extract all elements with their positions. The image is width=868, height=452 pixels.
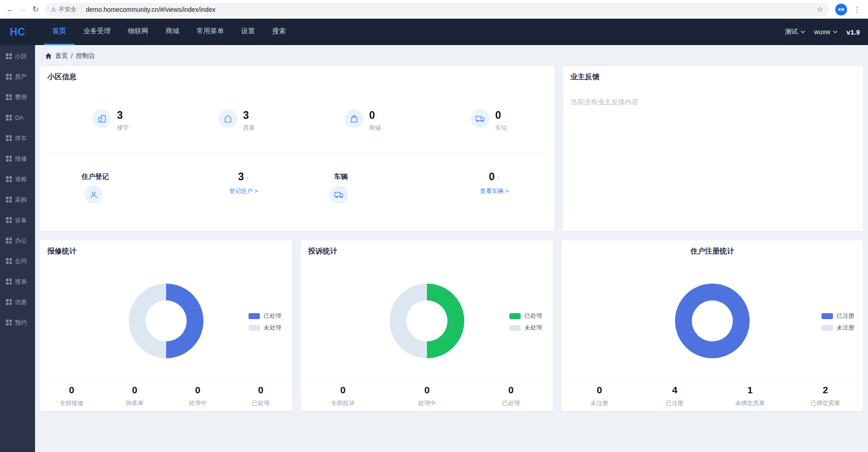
browser-menu-icon[interactable]: ⋮ — [852, 5, 863, 14]
stat-cell: 0待派单 — [103, 385, 167, 407]
stat-cell: 2已绑定房屋 — [788, 385, 863, 407]
nav-item-search[interactable]: 搜索 — [264, 19, 294, 45]
legend-swatch — [249, 313, 260, 319]
nav-item-home[interactable]: 首页 — [44, 19, 75, 45]
nav-item-mall[interactable]: 商城 — [157, 19, 188, 45]
chevron-down-icon — [801, 30, 805, 33]
registration-stats-card: 住户注册统计 已注册 未注册 0未注册 4已注册 1未绑定房屋 2已绑定房屋 — [562, 240, 863, 411]
vehicle-count-block: 0↑ 查看车辆 > — [462, 171, 526, 195]
sidebar-item-appointment[interactable]: 预约 — [0, 312, 35, 333]
person-icon — [84, 185, 103, 204]
feedback-empty-text: 当前没有业主反馈内容 — [570, 98, 639, 107]
grid-icon — [6, 238, 12, 244]
org-name: 测试 — [785, 28, 798, 36]
repair-stats-card: 报修统计 已处理 未处理 0全部报修 0待派单 0处理中 0已处理 — [40, 240, 292, 411]
grid-icon — [6, 299, 12, 305]
grid-icon — [6, 156, 12, 162]
chart-legend: 已处理 未处理 — [509, 312, 542, 335]
user-dropdown[interactable]: wuxw — [814, 28, 838, 36]
grid-icon — [6, 74, 12, 80]
stat-value: 0 — [495, 110, 507, 121]
complaint-donut-chart — [390, 284, 464, 358]
community-info-card: 小区信息 3 楼宇 3 房屋 — [40, 66, 554, 231]
stat-houses: 3 房屋 — [218, 109, 255, 132]
sidebar-item-property[interactable]: 房产 — [0, 66, 35, 87]
stat-label: 车位 — [495, 124, 507, 132]
org-dropdown[interactable]: 测试 — [785, 28, 805, 36]
card-title: 业主反馈 — [570, 72, 599, 82]
stat-buildings: 3 楼宇 — [92, 109, 129, 132]
bookmark-star-icon[interactable]: ☆ — [817, 5, 823, 14]
shop-bag-icon — [345, 109, 363, 128]
sidebar-item-parking[interactable]: 停车 — [0, 128, 35, 148]
url-text[interactable]: demo.homecommunity.cn/#/views/index/inde… — [86, 6, 813, 13]
owner-feedback-card: 业主反馈 当前没有业主反馈内容 — [563, 66, 863, 231]
breadcrumb-home[interactable]: 首页 — [55, 52, 68, 60]
legend-item[interactable]: 未注册 — [822, 324, 854, 332]
nav-item-common-menu[interactable]: 常用菜单 — [188, 19, 233, 45]
sidebar-item-contract[interactable]: 合同 — [0, 251, 35, 271]
truck-icon — [471, 109, 489, 128]
nav-item-settings[interactable]: 设置 — [233, 19, 264, 45]
register-resident-link[interactable]: 登记住户 > — [212, 187, 275, 195]
chevron-down-icon — [833, 30, 838, 33]
legend-item[interactable]: 未处理 — [509, 324, 542, 332]
legend-item[interactable]: 已注册 — [822, 312, 854, 320]
stat-value: 0 — [369, 110, 381, 121]
screen: ← → ↻ ⚠ 不安全 demo.homecommunity.cn/#/view… — [0, 0, 868, 452]
grid-icon — [6, 115, 12, 121]
divider — [308, 379, 546, 379]
home-icon — [45, 53, 52, 59]
nav-item-business[interactable]: 业务受理 — [75, 19, 119, 45]
stat-label: 房屋 — [243, 124, 255, 132]
grid-icon — [6, 258, 12, 264]
back-icon[interactable]: ← — [4, 3, 16, 16]
grid-icon — [6, 94, 12, 100]
sidebar-item-purchase[interactable]: 采购 — [0, 189, 35, 210]
legend-swatch — [822, 325, 833, 331]
grid-icon — [6, 53, 12, 59]
divider — [48, 153, 547, 154]
divider — [47, 379, 285, 379]
sidebar-item-inspection[interactable]: 巡检 — [0, 169, 35, 189]
vehicle-count: 0 — [489, 171, 495, 183]
truck-icon — [330, 185, 348, 204]
main-menu: 首页 业务受理 物联网 商城 常用菜单 设置 搜索 — [44, 19, 294, 45]
nav-item-iot[interactable]: 物联网 — [119, 19, 157, 45]
legend-item[interactable]: 未处理 — [249, 324, 281, 332]
sidebar-item-fees[interactable]: 费用 — [0, 87, 35, 107]
stat-cell: 1未绑定房屋 — [712, 385, 788, 407]
sidebar-item-equipment[interactable]: 设备 — [0, 210, 35, 230]
legend-item[interactable]: 已处理 — [249, 312, 281, 320]
chart-stats-row: 0全部报修 0待派单 0处理中 0已处理 — [40, 385, 292, 407]
app-logo[interactable]: HC — [0, 19, 35, 45]
sidebar-item-repair[interactable]: 报修 — [0, 148, 35, 169]
grid-icon — [6, 197, 12, 203]
security-label[interactable]: 不安全 — [59, 5, 76, 14]
grid-icon — [6, 217, 12, 223]
sidebar-item-discount[interactable]: 优惠 — [0, 292, 35, 312]
stat-cell: 4已注册 — [637, 385, 713, 407]
view-vehicles-link[interactable]: 查看车辆 > — [462, 187, 526, 195]
resident-count: 3 — [238, 171, 244, 183]
legend-item[interactable]: 已处理 — [509, 312, 542, 320]
sidebar-item-report[interactable]: 报表 — [0, 271, 35, 292]
browser-avatar[interactable]: xw — [835, 4, 847, 15]
grid-icon — [6, 320, 12, 325]
resident-registration-label: 住户登记 — [81, 173, 109, 181]
user-name: wuxw — [814, 28, 830, 36]
stat-cell: 0全部报修 — [40, 385, 103, 407]
chart-stats-row: 0全部投诉 0处理中 0已处理 — [301, 385, 553, 407]
sidebar-item-office[interactable]: 办公 — [0, 230, 35, 251]
forward-icon[interactable]: → — [16, 3, 29, 16]
legend-swatch — [249, 325, 260, 331]
main-content: 首页 / 控制台 小区信息 3 楼宇 — [35, 45, 868, 452]
card-title: 住户注册统计 — [562, 247, 863, 256]
stat-cell: 0处理中 — [385, 385, 469, 407]
sidebar-item-community[interactable]: 小区 — [0, 46, 35, 66]
stat-cell: 0已处理 — [469, 385, 553, 407]
warning-icon: ⚠ — [51, 6, 56, 13]
reload-icon[interactable]: ↻ — [29, 3, 42, 16]
sidebar-item-oa[interactable]: OA — [0, 107, 35, 128]
address-bar[interactable]: ⚠ 不安全 demo.homecommunity.cn/#/views/inde… — [46, 3, 829, 16]
